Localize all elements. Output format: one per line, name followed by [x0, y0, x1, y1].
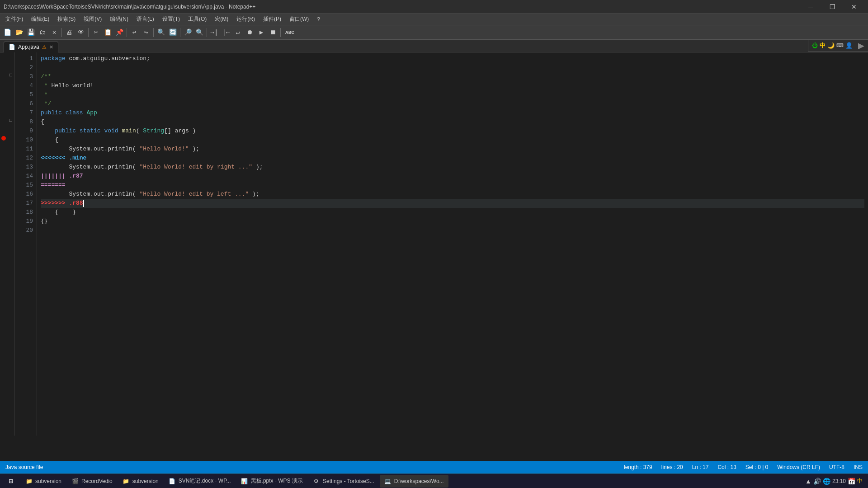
code-line-20[interactable]: [41, 226, 864, 235]
toolbar-paste[interactable]: 📌: [114, 27, 125, 38]
menu-item[interactable]: 搜索(S): [54, 14, 79, 24]
toolbar-macro[interactable]: ⏺: [244, 27, 255, 38]
taskbar-item[interactable]: 📁subversion: [21, 475, 66, 488]
fold-marker-6[interactable]: [7, 98, 14, 107]
tab-close-btn[interactable]: ✕: [49, 44, 53, 50]
toolbar-save-all[interactable]: 🗂: [37, 27, 48, 38]
toolbar-new[interactable]: 📄: [2, 27, 13, 38]
taskbar-item[interactable]: 📊黑板.pptx - WPS 演示: [236, 475, 307, 488]
fold-marker-15[interactable]: [7, 179, 14, 188]
fold-marker-18[interactable]: [7, 206, 14, 215]
menu-item[interactable]: 工具(O): [184, 14, 210, 24]
menu-item[interactable]: 语言(L): [133, 14, 158, 24]
bp-marker-4[interactable]: [0, 80, 7, 89]
bp-marker-9[interactable]: [0, 125, 7, 134]
bp-marker-7[interactable]: [0, 107, 7, 116]
menu-item[interactable]: 窗口(W): [286, 14, 312, 24]
bp-marker-13[interactable]: [0, 161, 7, 170]
toolbar-save[interactable]: 💾: [25, 27, 36, 38]
code-line-7[interactable]: public class App: [41, 108, 864, 117]
code-line-19[interactable]: {}: [41, 217, 864, 226]
fold-marker-10[interactable]: [7, 134, 14, 143]
fold-marker-1[interactable]: [7, 52, 14, 61]
restore-button[interactable]: ❐: [822, 0, 843, 14]
fold-marker-5[interactable]: [7, 89, 14, 98]
fold-marker-8[interactable]: □: [7, 116, 14, 125]
code-line-9[interactable]: public static void main( String[] args ): [41, 127, 864, 136]
bp-marker-3[interactable]: [0, 70, 7, 80]
code-line-12[interactable]: <<<<<<< .mine: [41, 154, 864, 163]
code-line-2[interactable]: [41, 63, 864, 72]
code-line-6[interactable]: */: [41, 99, 864, 108]
toolbar-redo[interactable]: ↪: [141, 27, 151, 38]
code-line-14[interactable]: ||||||| .r87: [41, 172, 864, 181]
code-line-11[interactable]: System.out.println( "Hello World!" );: [41, 145, 864, 154]
fold-marker-16[interactable]: [7, 188, 14, 197]
menu-item[interactable]: 编辑(E): [28, 14, 53, 24]
toolbar-zoom-out[interactable]: 🔍: [194, 27, 205, 38]
toolbar-stop[interactable]: ⏹: [268, 27, 278, 38]
menu-item[interactable]: ?: [313, 15, 324, 23]
fold-marker-13[interactable]: [7, 161, 14, 170]
toolbar-open[interactable]: 📂: [14, 27, 24, 38]
toolbar-wrap[interactable]: ↵: [232, 27, 243, 38]
toolbar-close[interactable]: ✕: [49, 27, 60, 38]
taskbar-item[interactable]: 🎬RecordVedio: [67, 475, 117, 488]
toolbar-print-preview[interactable]: 👁: [75, 27, 86, 38]
fold-marker-11[interactable]: [7, 143, 14, 152]
ime-moon-icon[interactable]: 🌙: [827, 42, 835, 49]
toolbar-zoom-in[interactable]: 🔎: [182, 27, 193, 38]
bp-marker-11[interactable]: [0, 143, 7, 152]
code-line-10[interactable]: {: [41, 136, 864, 145]
tray-volume[interactable]: 🔊: [813, 478, 821, 485]
toolbar-print[interactable]: 🖨: [64, 27, 75, 38]
fold-marker-14[interactable]: [7, 170, 14, 179]
tray-ime-zh[interactable]: 中: [857, 477, 863, 485]
toolbar-replace[interactable]: 🔄: [167, 27, 178, 38]
menu-item[interactable]: 视图(V): [80, 14, 105, 24]
toolbar-find[interactable]: 🔍: [156, 27, 166, 38]
fold-marker-2[interactable]: [7, 61, 14, 70]
bp-marker-1[interactable]: [0, 52, 7, 61]
bp-marker-16[interactable]: [0, 188, 7, 197]
start-button[interactable]: ⊞: [2, 475, 20, 488]
close-button[interactable]: ✕: [844, 0, 864, 14]
code-line-13[interactable]: System.out.println( "Hello World! edit b…: [41, 163, 864, 172]
code-line-5[interactable]: *: [41, 90, 864, 99]
toolbar-copy[interactable]: 📋: [102, 27, 113, 38]
bp-marker-12[interactable]: [0, 152, 7, 161]
toolbar-undo[interactable]: ↩: [129, 27, 140, 38]
code-line-17[interactable]: >>>>>>> .r88: [41, 199, 864, 208]
bp-marker-5[interactable]: [0, 89, 7, 98]
code-line-1[interactable]: package com.atguigu.subversion;: [41, 54, 864, 63]
code-line-3[interactable]: /**: [41, 72, 864, 81]
fold-marker-17[interactable]: [7, 197, 14, 206]
ime-arrow-icon[interactable]: ▶: [858, 41, 864, 51]
toolbar-unindent[interactable]: |←: [221, 27, 231, 38]
code-area[interactable]: package com.atguigu.subversion; /** * He…: [37, 52, 868, 436]
bp-marker-8[interactable]: [0, 116, 7, 125]
taskbar-item[interactable]: 📁subversion: [118, 475, 163, 488]
menu-item[interactable]: 运行(R): [233, 14, 259, 24]
fold-marker-3[interactable]: □: [7, 70, 14, 80]
bp-marker-15[interactable]: [0, 179, 7, 188]
bp-marker-6[interactable]: [0, 98, 7, 107]
ime-power-icon[interactable]: ⏻: [812, 42, 818, 49]
tray-calendar[interactable]: 📅: [848, 478, 855, 485]
ime-chinese-icon[interactable]: 中: [820, 42, 826, 50]
ime-keyboard-icon[interactable]: ⌨: [836, 42, 844, 48]
code-line-15[interactable]: =======: [41, 181, 864, 190]
fold-marker-20[interactable]: [7, 224, 14, 233]
toolbar-abc[interactable]: ABC: [283, 27, 297, 38]
taskbar-item[interactable]: ⚙Settings - TortoiseS...: [308, 475, 379, 488]
code-line-18[interactable]: { }: [41, 208, 864, 217]
bp-marker-19[interactable]: [0, 215, 7, 224]
tray-network[interactable]: 🌐: [823, 478, 830, 485]
fold-marker-7[interactable]: [7, 107, 14, 116]
bp-marker-2[interactable]: [0, 61, 7, 70]
bp-marker-10[interactable]: [0, 134, 7, 143]
taskbar-item[interactable]: 📄SVN笔记.docx - WP...: [164, 475, 236, 488]
menu-item[interactable]: 文件(F): [2, 14, 27, 24]
tray-expand[interactable]: ▲: [805, 478, 811, 485]
fold-marker-9[interactable]: [7, 125, 14, 134]
